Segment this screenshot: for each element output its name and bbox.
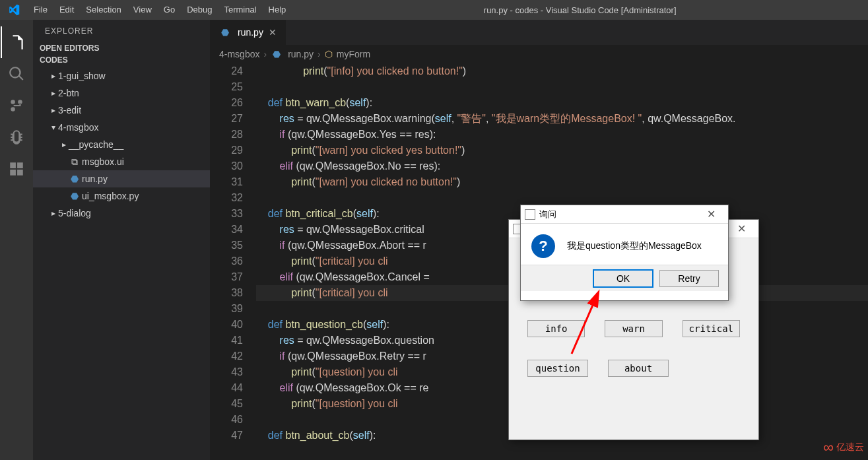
about-button[interactable]: about: [608, 360, 669, 377]
tree-item-2-btn[interactable]: 2-btn: [33, 84, 210, 102]
question-button[interactable]: question: [527, 360, 588, 377]
button-row-1: infowarncritical: [509, 311, 758, 337]
python-file-icon: ⬣: [69, 174, 81, 184]
chevron-icon: [49, 106, 58, 115]
tab-run-py[interactable]: ⬣ run.py ✕: [210, 20, 286, 45]
vscode-logo-icon: [0, 4, 28, 16]
tree-label: 1-gui_show: [58, 71, 106, 81]
retry-button[interactable]: Retry: [659, 270, 719, 287]
tree-item-msgbox.ui[interactable]: ⧉msgbox.ui: [33, 153, 210, 170]
window-title: run.py - codes - Visual Studio Code [Adm…: [292, 5, 868, 15]
line-gutter: 2425262728293031323334353637383940414243…: [210, 63, 256, 460]
tree-label: __pycache__: [69, 139, 123, 150]
menu-debug[interactable]: Debug: [181, 0, 218, 20]
tree-item-3-edit[interactable]: 3-edit: [33, 102, 210, 119]
watermark: ∞ 亿速云: [823, 439, 864, 456]
msgbox-title: 询问: [539, 209, 556, 220]
file-tree: 1-gui_show2-btn3-edit4-msgbox__pycache__…: [33, 66, 210, 223]
chevron-icon: [49, 88, 58, 98]
menu-view[interactable]: View: [127, 0, 158, 20]
question-icon: ?: [531, 234, 555, 258]
tree-item-4-msgbox[interactable]: 4-msgbox: [33, 119, 210, 136]
scm-icon[interactable]: [1, 90, 32, 121]
code-line-25[interactable]: [256, 79, 868, 95]
tree-label: 2-btn: [58, 88, 79, 98]
tree-label: msgbox.ui: [82, 156, 124, 167]
close-icon[interactable]: ✕: [728, 222, 754, 235]
activity-bar: [0, 20, 33, 460]
tree-item-run.py[interactable]: ⬣run.py: [33, 170, 210, 187]
app-icon: [525, 209, 535, 220]
python-file-icon: ⬣: [69, 191, 81, 201]
tree-label: 4-msgbox: [58, 122, 98, 133]
menu-selection[interactable]: Selection: [80, 0, 127, 20]
code-line-26[interactable]: def btn_warn_cb(self):: [256, 95, 868, 111]
button-row-2: questionabout: [509, 350, 758, 377]
search-icon[interactable]: [1, 58, 32, 90]
menu-file[interactable]: File: [28, 0, 53, 20]
infinity-icon: ∞: [823, 439, 834, 456]
menu-help[interactable]: Help: [263, 0, 292, 20]
ok-button[interactable]: OK: [593, 270, 653, 287]
extensions-icon[interactable]: [1, 153, 32, 185]
msgbox-text: 我是question类型的MessageBox: [567, 240, 702, 252]
warn-button[interactable]: warn: [605, 320, 662, 337]
tree-label: run.py: [82, 174, 108, 184]
breadcrumb-symbol[interactable]: myForm: [337, 49, 370, 59]
msgbox-title-bar[interactable]: 询问 ✕: [521, 205, 728, 224]
menu-terminal[interactable]: Terminal: [218, 0, 262, 20]
breadcrumb-folder[interactable]: 4-msgbox: [219, 49, 259, 59]
title-bar: FileEditSelectionViewGoDebugTerminalHelp…: [0, 0, 868, 20]
code-line-32[interactable]: [256, 190, 868, 206]
menu-bar: FileEditSelectionViewGoDebugTerminalHelp: [28, 0, 292, 20]
explorer-icon[interactable]: [1, 26, 32, 58]
code-line-30[interactable]: elif (qw.QMessageBox.No == res):: [256, 158, 868, 174]
ui-file-icon: ⧉: [69, 156, 81, 168]
tab-label: run.py: [238, 27, 263, 38]
tree-label: ui_msgbox.py: [82, 191, 139, 201]
tab-bar: ⬣ run.py ✕: [210, 20, 868, 45]
messagebox-question: 询问 ✕ ? 我是question类型的MessageBox OK Retry: [520, 205, 729, 301]
breadcrumb-file[interactable]: run.py: [288, 49, 314, 59]
tree-label: 5-dialog: [58, 208, 91, 218]
code-line-28[interactable]: if (qw.QMessageBox.Yes == res):: [256, 127, 868, 143]
close-icon[interactable]: ✕: [269, 27, 277, 38]
code-line-27[interactable]: res = qw.QMessageBox.warning(self, "警告",…: [256, 111, 868, 127]
close-icon[interactable]: ✕: [698, 208, 724, 220]
code-line-24[interactable]: print("[info] you clicked no button!"): [256, 63, 868, 79]
menu-edit[interactable]: Edit: [53, 0, 80, 20]
tree-item-__pycache__[interactable]: __pycache__: [33, 136, 210, 153]
critical-button[interactable]: critical: [683, 320, 740, 337]
chevron-right-icon: ›: [317, 49, 321, 59]
sidebar-title: EXPLORER: [33, 20, 210, 42]
class-icon: ⬡: [325, 49, 333, 59]
chevron-icon: [49, 71, 58, 81]
chevron-icon: [59, 140, 69, 149]
python-file-icon: ⬣: [271, 49, 283, 59]
debug-icon[interactable]: [1, 121, 32, 153]
chevron-icon: [49, 209, 58, 218]
info-button[interactable]: info: [527, 320, 585, 337]
workspace-section[interactable]: CODES: [33, 54, 210, 66]
chevron-icon: [49, 123, 58, 132]
menu-go[interactable]: Go: [158, 0, 181, 20]
tree-item-ui_msgbox.py[interactable]: ⬣ui_msgbox.py: [33, 187, 210, 205]
code-line-31[interactable]: print("[warn] you clicked no button!"): [256, 174, 868, 190]
tree-item-5-dialog[interactable]: 5-dialog: [33, 205, 210, 222]
open-editors-section[interactable]: OPEN EDITORS: [33, 42, 210, 54]
sidebar: EXPLORER OPEN EDITORS CODES 1-gui_show2-…: [33, 20, 210, 460]
tree-label: 3-edit: [58, 105, 81, 115]
code-line-29[interactable]: print("[warn] you clicked yes button!"): [256, 143, 868, 158]
tree-item-1-gui_show[interactable]: 1-gui_show: [33, 67, 210, 84]
breadcrumb[interactable]: 4-msgbox › ⬣ run.py › ⬡ myForm: [210, 45, 868, 63]
python-file-icon: ⬣: [219, 27, 231, 38]
chevron-right-icon: ›: [263, 49, 267, 59]
